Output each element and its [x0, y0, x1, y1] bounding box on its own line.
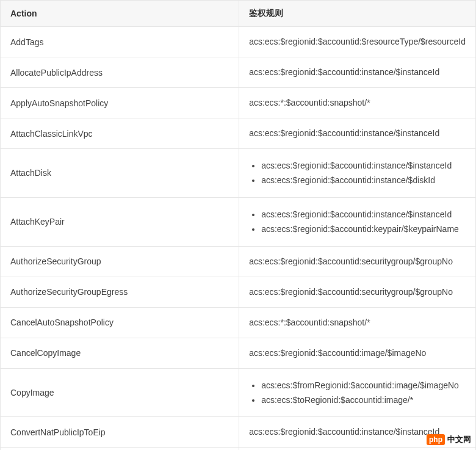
rule-cell: acs:ecs:*:$accountid:snapshot/* [239, 307, 476, 338]
table-row: AddTagsacs:ecs:$regionid:$accountid:$res… [1, 27, 476, 57]
action-cell: CancelAutoSnapshotPolicy [1, 307, 239, 338]
table-row: CancelCopyImageacs:ecs:$regionid:$accoun… [1, 338, 476, 368]
header-action: Action [1, 1, 239, 27]
action-cell: AttachKeyPair [1, 197, 239, 246]
table-row: ApplyAutoSnapshotPolicyacs:ecs:*:$accoun… [1, 88, 476, 118]
rule-cell: acs:ecs:*:$accountid:snapshot/* [239, 448, 476, 450]
rule-item: acs:ecs:$toRegionid:$accountid:image/* [261, 393, 466, 407]
table-row: AttachClassicLinkVpcacs:ecs:$regionid:$a… [1, 118, 476, 149]
table-row: AuthorizeSecurityGroupacs:ecs:$regionid:… [1, 246, 476, 277]
rule-text: acs:ecs:*:$accountid:snapshot/* [249, 98, 370, 107]
action-cell: AttachClassicLinkVpc [1, 118, 239, 149]
rule-item: acs:ecs:$regionid:$accountid:instance/$i… [261, 208, 466, 221]
action-cell: CancelCopyImage [1, 338, 239, 368]
table-row: AuthorizeSecurityGroupEgressacs:ecs:$reg… [1, 277, 476, 307]
header-rule: 鉴权规则 [239, 1, 476, 27]
rule-text: acs:ecs:$regionid:$accountid:instance/$i… [249, 128, 439, 138]
rule-text: acs:ecs:$regionid:$accountid:securitygro… [249, 256, 453, 266]
action-cell: AttachDisk [1, 149, 239, 198]
rule-cell: acs:ecs:$regionid:$accountid:securitygro… [239, 246, 476, 277]
logo-badge: php [427, 434, 445, 445]
action-cell: AllocatePublicIpAddress [1, 57, 239, 88]
table-row: ConvertNatPublicIpToEipacs:ecs:$regionid… [1, 417, 476, 448]
action-cell: AuthorizeSecurityGroupEgress [1, 277, 239, 307]
rule-text: acs:ecs:$regionid:$accountid:$resourceTy… [249, 37, 466, 46]
rule-text: acs:ecs:$regionid:$accountid:securitygro… [249, 287, 453, 297]
rule-cell: acs:ecs:$regionid:$accountid:instance/$i… [239, 57, 476, 88]
table-row: CreateAutoSnapshotPolicyacs:ecs:*:$accou… [1, 448, 476, 450]
rule-item: acs:ecs:$regionid:$accountid:instance/$i… [261, 159, 466, 172]
action-cell: ApplyAutoSnapshotPolicy [1, 88, 239, 118]
rule-item: acs:ecs:$regionid:$accountid:instance/$d… [261, 173, 466, 187]
action-cell: CreateAutoSnapshotPolicy [1, 448, 239, 450]
rule-text: acs:ecs:*:$accountid:snapshot/* [249, 318, 370, 327]
rule-item: acs:ecs:$regionid:$accountid:keypair/$ke… [261, 222, 466, 236]
rule-cell: acs:ecs:$regionid:$accountid:instance/$i… [239, 197, 476, 246]
table-row: AllocatePublicIpAddressacs:ecs:$regionid… [1, 57, 476, 88]
rule-cell: acs:ecs:$regionid:$accountid:$resourceTy… [239, 27, 476, 57]
site-logo: php 中文网 [427, 434, 471, 445]
action-cell: CopyImage [1, 368, 239, 417]
rule-cell: acs:ecs:$fromRegionid:$accountid:image/$… [239, 368, 476, 417]
table-row: CopyImageacs:ecs:$fromRegionid:$accounti… [1, 368, 476, 417]
table-row: CancelAutoSnapshotPolicyacs:ecs:*:$accou… [1, 307, 476, 338]
rule-text: acs:ecs:$regionid:$accountid:image/$imag… [249, 348, 426, 358]
rule-cell: acs:ecs:$regionid:$accountid:image/$imag… [239, 338, 476, 368]
rule-text: acs:ecs:$regionid:$accountid:instance/$i… [249, 427, 439, 437]
rule-list: acs:ecs:$fromRegionid:$accountid:image/$… [249, 379, 466, 407]
action-cell: AddTags [1, 27, 239, 57]
table-row: AttachKeyPairacs:ecs:$regionid:$accounti… [1, 197, 476, 246]
logo-text: 中文网 [447, 434, 471, 445]
rule-text: acs:ecs:$regionid:$accountid:instance/$i… [249, 67, 439, 77]
rule-cell: acs:ecs:$regionid:$accountid:instance/$i… [239, 118, 476, 149]
action-cell: AuthorizeSecurityGroup [1, 246, 239, 277]
api-permissions-table: Action 鉴权规则 AddTagsacs:ecs:$regionid:$ac… [0, 0, 476, 450]
rule-list: acs:ecs:$regionid:$accountid:instance/$i… [249, 208, 466, 236]
rule-cell: acs:ecs:$regionid:$accountid:securitygro… [239, 277, 476, 307]
rule-item: acs:ecs:$fromRegionid:$accountid:image/$… [261, 379, 466, 392]
rule-cell: acs:ecs:$regionid:$accountid:instance/$i… [239, 149, 476, 198]
action-cell: ConvertNatPublicIpToEip [1, 417, 239, 448]
rule-cell: acs:ecs:*:$accountid:snapshot/* [239, 88, 476, 118]
table-row: AttachDiskacs:ecs:$regionid:$accountid:i… [1, 149, 476, 198]
rule-list: acs:ecs:$regionid:$accountid:instance/$i… [249, 159, 466, 187]
